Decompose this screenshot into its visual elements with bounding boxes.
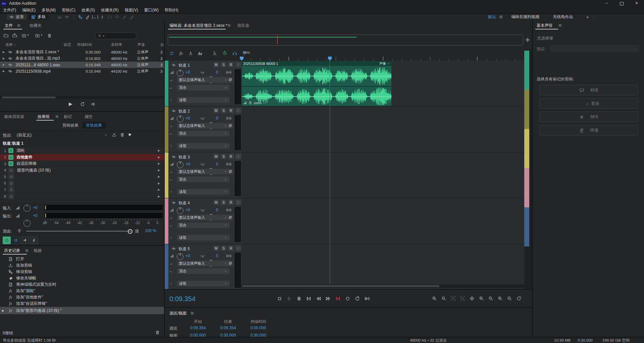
- automation-mode-dropdown[interactable]: 读取: [177, 235, 229, 241]
- effect-options-icon[interactable]: ▶: [158, 195, 160, 198]
- effect-options-icon[interactable]: ▶: [158, 175, 160, 178]
- marquee-selection-tool-button[interactable]: [106, 14, 113, 20]
- automation-mode-dropdown[interactable]: 读取: [177, 281, 229, 286]
- effect-slot[interactable]: 1 混响 ▶: [0, 147, 164, 154]
- clip-envelope-selector[interactable]: 声像: [379, 61, 386, 66]
- column-status[interactable]: 状态: [64, 42, 71, 47]
- zoom-out-point-button[interactable]: [487, 295, 495, 302]
- mute-button[interactable]: M: [213, 200, 219, 205]
- overview-playhead[interactable]: [277, 35, 278, 44]
- close-button[interactable]: ×: [629, 0, 644, 7]
- solo-button[interactable]: S: [221, 246, 226, 251]
- clip-stretch-clock-icon[interactable]: [248, 101, 252, 105]
- effect-options-icon[interactable]: ▶: [158, 169, 160, 172]
- expand-icon[interactable]: ▶: [3, 57, 5, 60]
- effect-power-button[interactable]: [8, 155, 13, 160]
- mix-slider-track[interactable]: [26, 231, 131, 231]
- scrollbar-track-segment[interactable]: [524, 51, 529, 90]
- tab-history[interactable]: 历史记录: [4, 248, 20, 254]
- automation-expand-icon[interactable]: [169, 236, 173, 239]
- automation-expand-icon[interactable]: [169, 144, 173, 148]
- track-lane[interactable]: [241, 198, 524, 245]
- view-end-value[interactable]: 0:30.000: [213, 333, 243, 337]
- track-volume-value[interactable]: +0: [185, 70, 190, 75]
- fx-rack-process-button[interactable]: [30, 236, 38, 244]
- zoom-out-time-button[interactable]: [440, 295, 448, 302]
- lasso-selection-tool-button[interactable]: [113, 14, 121, 20]
- expand-icon[interactable]: ▶: [3, 70, 5, 73]
- arm-record-button[interactable]: R: [228, 246, 234, 251]
- arm-record-button[interactable]: R: [228, 200, 234, 205]
- zoom-out-amplitude-button[interactable]: [505, 295, 514, 302]
- workspace-edit-av-button[interactable]: 编辑音频到视频: [511, 14, 539, 20]
- mix-value[interactable]: 100 %: [145, 228, 156, 233]
- pan-scroll-button[interactable]: [468, 295, 476, 302]
- history-item[interactable]: ▶ 打开: [0, 256, 164, 263]
- solo-button[interactable]: S: [221, 200, 226, 205]
- tab-media-browser[interactable]: 媒体浏览器: [4, 114, 24, 120]
- spectral-frequency-button[interactable]: [56, 14, 63, 20]
- effect-options-icon[interactable]: ▶: [158, 162, 160, 165]
- clear-history-icon[interactable]: [155, 330, 160, 335]
- time-selection-tool-button[interactable]: I: [99, 14, 106, 20]
- insert-into-multitrack-icon[interactable]: [35, 33, 40, 38]
- zoom-in-point-button[interactable]: [477, 295, 485, 302]
- file-row[interactable]: ▶ 未命名混音项目...混.mp3 0:16.802 48000 Hz 立体声 …: [0, 55, 164, 62]
- stop-button[interactable]: [275, 295, 283, 302]
- track-header[interactable]: 轨道 4 M S R I +0 0: [165, 198, 241, 245]
- output-gain-value[interactable]: +0: [33, 213, 38, 218]
- phase-invert-button[interactable]: Ø: [227, 261, 233, 266]
- file-row[interactable]: ▶ 2025111...8 48000 1.wav 0:15.949 48000…: [0, 62, 164, 68]
- multitrack-view-button[interactable]: 多轨: [29, 14, 48, 20]
- spot-healing-tool-button[interactable]: [128, 14, 136, 20]
- open-file-icon[interactable]: [3, 33, 9, 38]
- track-output-dropdown[interactable]: 混合: [177, 85, 229, 90]
- tab-files[interactable]: 文件: [5, 23, 13, 28]
- spectral-pitch-button[interactable]: [63, 14, 71, 20]
- zoom-to-selection-button[interactable]: [449, 295, 457, 302]
- workspace-radio-button[interactable]: 无线电作品: [553, 14, 573, 20]
- monitor-input-button[interactable]: I: [235, 200, 241, 205]
- mute-button[interactable]: M: [213, 108, 219, 113]
- effect-slot[interactable]: 7 ▶: [0, 187, 164, 193]
- zoom-in-amplitude-button[interactable]: [496, 295, 504, 302]
- solo-button[interactable]: S: [221, 154, 226, 159]
- effect-power-button[interactable]: [8, 161, 13, 166]
- effect-power-button[interactable]: [8, 174, 14, 180]
- track-pan-value[interactable]: 0: [216, 116, 218, 121]
- scrollbar-track-segment[interactable]: [524, 207, 529, 247]
- solo-button[interactable]: S: [221, 108, 226, 113]
- column-duration[interactable]: 持续时间: [77, 42, 92, 47]
- tab-properties[interactable]: 属性: [85, 114, 93, 120]
- tab-favorites[interactable]: 收藏夹: [30, 23, 42, 28]
- clip-effects-subtab[interactable]: 剪辑效果: [59, 122, 82, 129]
- mute-button[interactable]: M: [213, 154, 219, 159]
- tab-effects-rack[interactable]: 效果组: [38, 114, 50, 120]
- phase-invert-button[interactable]: Ø: [227, 77, 233, 83]
- tab-markers[interactable]: 标记: [64, 114, 72, 120]
- waveform-view-button[interactable]: 波形: [7, 14, 26, 20]
- track-lane[interactable]: [241, 107, 524, 153]
- track-output-dropdown[interactable]: 混合: [177, 222, 229, 228]
- selection-end-value[interactable]: 0:09.354: [213, 326, 243, 330]
- menu-window[interactable]: 窗口(W): [141, 7, 162, 13]
- essential-sound-menu-icon[interactable]: [558, 23, 562, 27]
- effect-options-icon[interactable]: ▶: [158, 188, 160, 191]
- track-output-dropdown[interactable]: 混合: [177, 131, 229, 136]
- history-item[interactable]: ▶ 将伸缩模式设置为实时: [0, 281, 164, 288]
- slip-tool-button[interactable]: ↔: [91, 14, 99, 20]
- favorite-star-icon[interactable]: ★: [128, 132, 132, 137]
- mute-button[interactable]: M: [213, 62, 219, 67]
- menu-effects[interactable]: 效果(S): [78, 7, 98, 13]
- music-button[interactable]: ♪ 音乐: [539, 98, 638, 109]
- track-pan-value[interactable]: 0: [216, 208, 218, 212]
- preview-loop-button[interactable]: [80, 101, 85, 107]
- mute-button[interactable]: M: [213, 246, 219, 251]
- track-effects-subtab[interactable]: 音轨效果: [83, 122, 105, 129]
- effect-options-icon[interactable]: ▶: [158, 149, 160, 152]
- scrollbar-track-segment[interactable]: [524, 129, 529, 168]
- track-volume-value[interactable]: +0: [185, 162, 190, 166]
- editor-menu-icon[interactable]: [227, 23, 231, 27]
- track-volume-value[interactable]: +0: [185, 208, 190, 212]
- go-to-end-button[interactable]: [334, 295, 342, 302]
